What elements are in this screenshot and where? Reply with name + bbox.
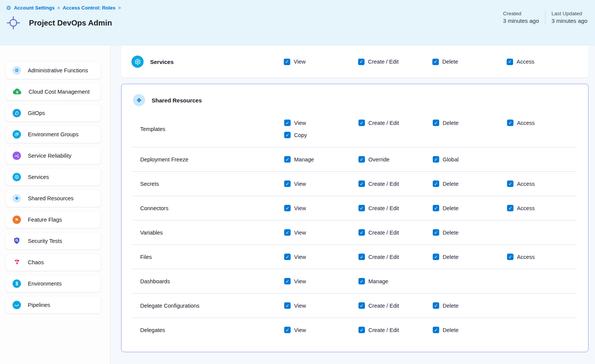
- checkbox-checked-icon[interactable]: [284, 156, 291, 163]
- checkbox-checked-icon[interactable]: [284, 278, 291, 284]
- sidebar-item-environment-groups[interactable]: Environment Groups: [6, 126, 101, 143]
- permission-column: Access: [507, 59, 578, 65]
- permission-access[interactable]: Access: [507, 180, 577, 187]
- permission-delete[interactable]: Delete: [433, 229, 507, 236]
- checkbox-checked-icon[interactable]: [358, 302, 365, 309]
- checkbox-checked-icon[interactable]: [432, 59, 439, 65]
- checkbox-checked-icon[interactable]: [433, 254, 439, 260]
- checkbox-checked-icon[interactable]: [284, 180, 291, 187]
- permission-access[interactable]: Access: [507, 205, 577, 211]
- sidebar-item-chaos[interactable]: Chaos: [6, 254, 101, 271]
- permission-create-edit[interactable]: Create / Edit: [358, 254, 433, 260]
- checkbox-checked-icon[interactable]: [507, 120, 513, 126]
- permission-view[interactable]: View: [284, 59, 358, 65]
- checkbox-checked-icon[interactable]: [433, 180, 439, 187]
- permission-view[interactable]: View: [284, 205, 358, 211]
- permission-label: View: [294, 120, 306, 126]
- permission-delete[interactable]: Delete: [433, 180, 507, 187]
- sidebar-item-pipelines[interactable]: Pipelines: [6, 297, 101, 313]
- permission-view[interactable]: View: [284, 229, 358, 236]
- checkbox-checked-icon[interactable]: [358, 254, 365, 260]
- permission-override[interactable]: Override: [358, 156, 433, 163]
- permission-row-templates: TemplatesViewCopyCreate / EditDeleteAcce…: [132, 111, 577, 147]
- checkbox-checked-icon[interactable]: [433, 205, 439, 211]
- checkbox-checked-icon[interactable]: [284, 327, 291, 333]
- checkbox-checked-icon[interactable]: [358, 59, 365, 65]
- permission-label: Access: [517, 59, 534, 65]
- permission-view[interactable]: View: [284, 120, 358, 126]
- permission-manage[interactable]: Manage: [358, 278, 433, 284]
- sidebar-item-environments[interactable]: $Environments: [6, 275, 101, 292]
- permission-view[interactable]: View: [284, 302, 358, 309]
- sidebar-item-feature-flags[interactable]: ⚑Feature Flags: [6, 211, 101, 228]
- checkbox-checked-icon[interactable]: [433, 120, 439, 126]
- checkbox-checked-icon[interactable]: [284, 59, 290, 65]
- permission-create-edit[interactable]: Create / Edit: [358, 229, 433, 236]
- permission-row-variables: VariablesViewCreate / EditDelete: [132, 220, 577, 244]
- checkbox-checked-icon[interactable]: [284, 132, 291, 138]
- permission-label: Access: [517, 205, 535, 211]
- checkbox-checked-icon[interactable]: [433, 156, 439, 163]
- permission-column: Create / Edit: [358, 327, 433, 333]
- checkbox-checked-icon[interactable]: [433, 327, 439, 333]
- permission-create-edit[interactable]: Create / Edit: [358, 120, 433, 126]
- sidebar-item-service-reliability[interactable]: Service Reliability: [6, 147, 101, 164]
- permission-label: View: [294, 327, 306, 333]
- sidebar-item-gitops[interactable]: GitOps: [6, 105, 101, 121]
- permission-column: Delete: [433, 120, 507, 126]
- checkbox-checked-icon[interactable]: [507, 59, 513, 65]
- checkbox-checked-icon[interactable]: [284, 205, 291, 211]
- checkbox-checked-icon[interactable]: [358, 229, 365, 236]
- sidebar-item-administrative-functions[interactable]: ⚙Administrative Functions: [6, 62, 101, 79]
- services-icon: [13, 173, 21, 181]
- permission-delete[interactable]: Delete: [433, 120, 507, 126]
- checkbox-checked-icon[interactable]: [433, 229, 439, 236]
- checkbox-checked-icon[interactable]: [284, 120, 291, 126]
- permission-view[interactable]: View: [284, 327, 358, 333]
- checkbox-checked-icon[interactable]: [284, 229, 291, 236]
- checkbox-checked-icon[interactable]: [358, 120, 365, 126]
- sidebar-item-label: Shared Resources: [28, 195, 74, 201]
- checkbox-checked-icon[interactable]: [507, 205, 513, 211]
- permission-delete[interactable]: Delete: [433, 327, 507, 333]
- permission-label: Global: [443, 156, 459, 163]
- permission-delete[interactable]: Delete: [433, 205, 507, 211]
- sidebar-item-services[interactable]: Services: [6, 169, 101, 185]
- sidebar-item-security-tests[interactable]: Security Tests: [6, 233, 101, 249]
- checkbox-checked-icon[interactable]: [358, 205, 365, 211]
- permission-create-edit[interactable]: Create / Edit: [358, 180, 433, 187]
- checkbox-checked-icon[interactable]: [284, 254, 291, 260]
- permission-column: Delete: [433, 229, 507, 236]
- permission-global[interactable]: Global: [433, 156, 507, 163]
- checkbox-checked-icon[interactable]: [284, 302, 291, 309]
- checkbox-checked-icon[interactable]: [507, 254, 513, 260]
- checkbox-checked-icon[interactable]: [358, 180, 365, 187]
- checkbox-checked-icon[interactable]: [358, 278, 365, 284]
- permission-view[interactable]: View: [284, 278, 358, 284]
- permission-view[interactable]: View: [284, 254, 358, 260]
- breadcrumb-account-settings[interactable]: Account Settings: [14, 5, 54, 11]
- permission-create-edit[interactable]: Create / Edit: [358, 205, 433, 211]
- permission-access[interactable]: Access: [507, 59, 578, 65]
- checkbox-checked-icon[interactable]: [433, 302, 439, 309]
- sidebar-item-cloud-cost-management[interactable]: $Cloud Cost Management: [6, 83, 101, 100]
- permission-copy[interactable]: Copy: [284, 132, 358, 138]
- permission-label: Create / Edit: [368, 254, 399, 260]
- permission-delete[interactable]: Delete: [433, 302, 507, 309]
- permission-row-files: FilesViewCreate / EditDeleteAccess: [132, 244, 577, 269]
- permission-view[interactable]: View: [284, 180, 358, 187]
- permission-delete[interactable]: Delete: [432, 59, 507, 65]
- permission-create-edit[interactable]: Create / Edit: [358, 327, 433, 333]
- sidebar-item-shared-resources[interactable]: ❖Shared Resources: [6, 190, 101, 207]
- permission-create-edit[interactable]: Create / Edit: [358, 59, 432, 65]
- checkbox-checked-icon[interactable]: [358, 156, 365, 163]
- permission-delete[interactable]: Delete: [433, 254, 507, 260]
- permission-label: View: [294, 181, 306, 187]
- permission-access[interactable]: Access: [507, 120, 577, 126]
- permission-manage[interactable]: Manage: [284, 156, 358, 163]
- permission-access[interactable]: Access: [507, 254, 577, 260]
- permission-create-edit[interactable]: Create / Edit: [358, 302, 433, 309]
- checkbox-checked-icon[interactable]: [507, 180, 513, 187]
- checkbox-checked-icon[interactable]: [358, 327, 365, 333]
- breadcrumb-access-control-roles[interactable]: Access Control: Roles: [62, 5, 115, 11]
